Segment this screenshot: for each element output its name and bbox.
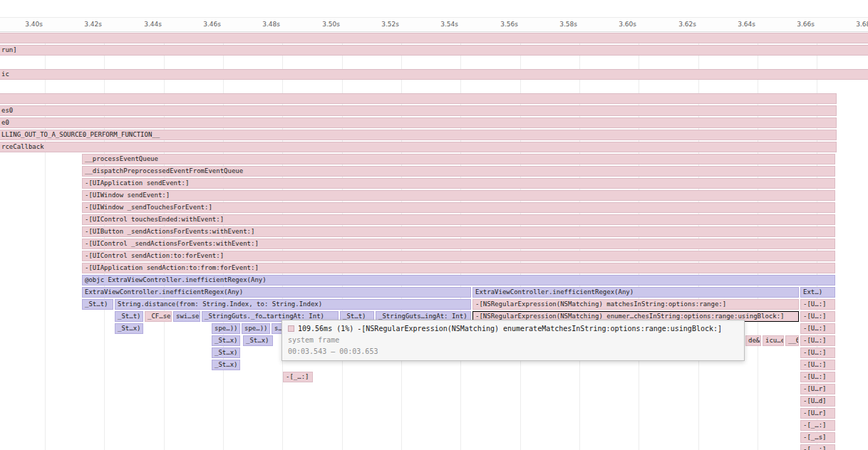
flame-frame[interactable]: -[_…:] <box>283 372 313 382</box>
flame-row: -[UIControl sendAction:to:forEvent:] <box>0 251 868 261</box>
tick-label: 3.66s <box>775 21 815 28</box>
flame-frame[interactable]: -[UIWindow sendEvent:] <box>82 190 835 201</box>
flame-row: es0 <box>0 105 868 116</box>
flame-frame[interactable]: __dispatchPreprocessedEventFromEventQueu… <box>82 166 835 177</box>
tick-label: 3.64s <box>716 21 755 28</box>
flame-frame[interactable]: _St…t) <box>115 311 143 322</box>
flame-frame[interactable]: -[UIWindow _sendTouchesForEvent:] <box>82 202 835 213</box>
flame-frame[interactable]: @objc ExtraViewController.inefficientReg… <box>82 275 835 286</box>
flame-chart: run]ices0e0LLING_OUT_TO_A_SOURCE0_PERFOR… <box>0 33 868 450</box>
tick-label: 3.44s <box>123 21 162 28</box>
flame-row: -[U…r] <box>0 408 868 419</box>
flame-frame[interactable]: _St…x) <box>212 347 240 358</box>
flame-frame[interactable]: -[NSRegularExpression(NSMatching) matche… <box>472 299 799 310</box>
flame-frame[interactable]: icu…e&) <box>763 335 784 346</box>
tooltip-duration: 109.56ms (1%) <box>298 325 353 333</box>
flame-frame[interactable]: -[U…d] <box>800 396 835 407</box>
tick-label: 3.52s <box>360 21 399 28</box>
flame-frame[interactable]: LLING_OUT_TO_A_SOURCE0_PERFORM_FUNCTION_… <box>0 130 837 140</box>
flame-frame[interactable]: -[U…:] <box>800 335 835 346</box>
flame-row: run] <box>0 45 868 56</box>
flame-row: -[_…:] <box>0 444 868 450</box>
tick-label: 3.50s <box>301 21 340 28</box>
flame-frame[interactable]: spe…)) <box>242 323 270 334</box>
time-ruler[interactable]: 3.40s3.42s3.44s3.46s3.48s3.50s3.52s3.54s… <box>0 17 868 32</box>
flame-frame[interactable]: _St…t) <box>82 299 113 310</box>
flame-frame[interactable]: -[UIControl touchesEnded:withEvent:] <box>82 214 835 225</box>
flame-frame[interactable]: -[U…:] <box>800 311 835 322</box>
flame-row: -[UIWindow _sendTouchesForEvent:] <box>0 202 868 213</box>
tooltip-time-range: 00:03.543 — 00:03.653 <box>288 347 738 355</box>
flame-frame[interactable]: ic <box>0 69 868 80</box>
flame-frame[interactable]: _CF…se <box>145 311 172 322</box>
tick-label: 3.42s <box>63 21 102 28</box>
flame-frame[interactable] <box>0 33 868 43</box>
flame-frame[interactable]: __6…le <box>785 335 799 346</box>
tick-label: 3.58s <box>538 21 577 28</box>
flame-row: -[_…:]-[U…:] <box>0 372 868 382</box>
flame-frame[interactable]: run] <box>0 45 868 56</box>
flame-frame[interactable]: e0 <box>0 117 837 128</box>
tick-label: 3.54s <box>419 21 458 28</box>
flame-frame[interactable]: -[U…r] <box>800 408 835 419</box>
tick-label: 3.46s <box>182 21 221 28</box>
tooltip-note: system frame <box>288 336 738 344</box>
flame-row: -[_…s] <box>0 432 868 443</box>
instruments-flame-graph: 3.40s3.42s3.44s3.46s3.48s3.50s3.52s3.54s… <box>0 0 868 450</box>
flame-frame[interactable]: rceCallback <box>0 142 837 152</box>
flame-frame[interactable]: -[_…s] <box>800 432 835 443</box>
flame-frame[interactable]: swi…se <box>173 311 200 322</box>
flame-row: -[UIApplication sendEvent:] <box>0 178 868 189</box>
flame-frame[interactable]: -[UIControl _sendActionsForEvents:withEv… <box>82 239 835 249</box>
tick-label: 3.40s <box>4 21 43 28</box>
flame-frame[interactable]: -[_…:] <box>800 420 835 431</box>
flame-row: _St…x)-[U…:] <box>0 360 868 370</box>
flame-frame[interactable]: -[U…:] <box>800 323 835 334</box>
tick-label: 3.56s <box>479 21 518 28</box>
tooltip-symbol: -[NSRegularExpression(NSMatching) enumer… <box>357 325 722 333</box>
flame-frame[interactable]: -[U…:] <box>800 347 835 358</box>
flame-row: -[UIWindow sendEvent:] <box>0 190 868 201</box>
flame-frame[interactable]: -[U…r] <box>800 384 835 394</box>
flame-frame[interactable]: _St…x) <box>212 335 240 346</box>
flame-row: LLING_OUT_TO_A_SOURCE0_PERFORM_FUNCTION_… <box>0 130 868 140</box>
flame-frame[interactable]: -[UIApplication sendAction:to:from:forEv… <box>82 263 835 273</box>
flame-frame[interactable]: ExtraViewController.inefficientRegex(Any… <box>82 287 471 298</box>
flame-frame[interactable]: -[U…:] <box>800 299 835 310</box>
flame-frame[interactable]: de&) <box>745 335 761 346</box>
flame-row: -[UIControl _sendActionsForEvents:withEv… <box>0 239 868 249</box>
tick-label: 3.68s <box>835 21 868 28</box>
flame-frame[interactable]: -[UIControl sendAction:to:forEvent:] <box>82 251 835 261</box>
flame-frame[interactable]: -[_…:] <box>800 444 835 450</box>
flame-row: __processEventQueue <box>0 154 868 164</box>
flame-frame[interactable]: _St…x) <box>115 323 143 334</box>
flame-frame[interactable]: -[U…:] <box>800 372 835 382</box>
flame-row: e0 <box>0 117 868 128</box>
flame-frame[interactable]: __processEventQueue <box>82 154 835 164</box>
flame-row <box>0 33 868 43</box>
flame-row: -[U…r] <box>0 384 868 394</box>
flame-row <box>0 81 868 92</box>
flame-frame[interactable]: es0 <box>0 105 837 116</box>
flame-row: -[U…d] <box>0 396 868 407</box>
flame-frame[interactable]: _St…x) <box>212 360 240 370</box>
flame-row <box>0 93 868 104</box>
flame-frame[interactable] <box>0 93 837 104</box>
flame-row: @objc ExtraViewController.inefficientReg… <box>0 275 868 286</box>
frame-color-swatch-icon <box>288 325 294 332</box>
flame-frame[interactable]: Ext…) <box>800 287 835 298</box>
flame-frame[interactable]: String.distance(from: String.Index, to: … <box>115 299 471 310</box>
flame-frame[interactable]: -[UIApplication sendEvent:] <box>82 178 835 189</box>
flame-frame[interactable]: _St…x) <box>243 335 273 346</box>
flame-frame[interactable]: ExtraViewController.inefficientRegex(Any… <box>472 287 799 298</box>
flame-row <box>0 57 868 68</box>
flame-frame[interactable]: -[UIButton _sendActionsForEvents:withEve… <box>82 226 835 237</box>
flame-frame[interactable]: -[U…:] <box>800 360 835 370</box>
frame-tooltip: 109.56ms (1%) -[NSRegularExpression(NSMa… <box>281 320 745 361</box>
flame-frame[interactable]: spe…)) <box>212 323 240 334</box>
flame-row: ic <box>0 69 868 80</box>
flame-row: -[UIControl touchesEnded:withEvent:] <box>0 214 868 225</box>
tick-label: 3.60s <box>597 21 636 28</box>
flame-row: -[_…:] <box>0 420 868 431</box>
flame-row: _St…t)String.distance(from: String.Index… <box>0 299 868 310</box>
